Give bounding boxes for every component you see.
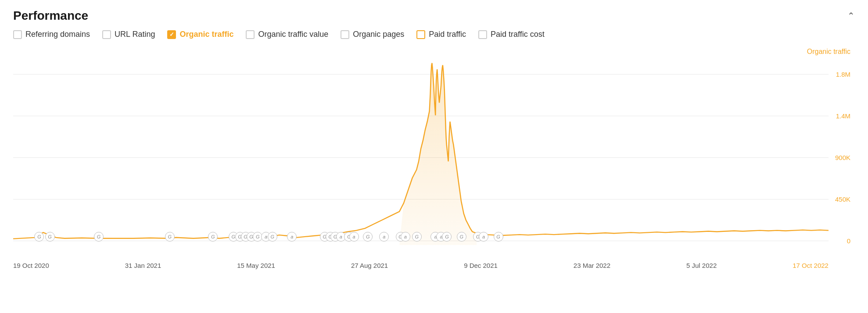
filter-referring-domains[interactable]: Referring domains bbox=[13, 30, 90, 39]
checkbox-organic-pages[interactable] bbox=[341, 30, 349, 39]
event-marker-g: G bbox=[34, 232, 44, 242]
filter-url-rating[interactable]: URL Rating bbox=[102, 30, 155, 39]
filter-label-paid-traffic-cost: Paid traffic cost bbox=[491, 30, 545, 39]
collapse-button[interactable]: ⌃ bbox=[847, 11, 855, 21]
filter-label-organic-traffic: Organic traffic bbox=[179, 30, 233, 39]
event-markers-row: GGGGGGGGGGaGaGGGaGaGaGaGaaGGGaG bbox=[13, 232, 829, 242]
page-title: Performance bbox=[13, 9, 88, 23]
chart-svg bbox=[13, 61, 829, 245]
event-marker-a: a bbox=[287, 232, 297, 242]
y-axis-title: Organic traffic bbox=[807, 48, 850, 56]
event-marker-g: G bbox=[165, 232, 175, 242]
checkbox-url-rating[interactable] bbox=[102, 30, 111, 39]
event-marker-g: G bbox=[45, 232, 55, 242]
y-label-2: 1.4M bbox=[836, 112, 850, 120]
x-label-5: 9 Dec 2021 bbox=[464, 262, 498, 269]
checkbox-paid-traffic[interactable] bbox=[416, 30, 425, 39]
filter-bar: Referring domainsURL RatingOrganic traff… bbox=[13, 30, 855, 39]
filter-organic-traffic[interactable]: Organic traffic bbox=[167, 30, 233, 39]
y-label-4: 450K bbox=[835, 196, 850, 203]
filter-organic-traffic-value[interactable]: Organic traffic value bbox=[246, 30, 328, 39]
event-marker-g: G bbox=[494, 232, 503, 242]
checkbox-paid-traffic-cost[interactable] bbox=[478, 30, 487, 39]
event-marker-a: a bbox=[479, 232, 488, 242]
filter-label-url-rating: URL Rating bbox=[115, 30, 155, 39]
y-label-5: 0 bbox=[847, 237, 850, 245]
event-marker-a: a bbox=[349, 232, 359, 242]
checkbox-organic-traffic-value[interactable] bbox=[246, 30, 255, 39]
performance-section: Performance ⌃ Referring domainsURL Ratin… bbox=[0, 0, 868, 276]
event-marker-g: G bbox=[442, 232, 452, 242]
x-label-1: 19 Oct 2020 bbox=[13, 262, 49, 269]
filter-paid-traffic[interactable]: Paid traffic bbox=[416, 30, 466, 39]
event-marker-g: G bbox=[94, 232, 104, 242]
event-marker-g: G bbox=[457, 232, 466, 242]
x-label-8: 17 Oct 2022 bbox=[793, 262, 829, 269]
chart-area: Organic traffic 1.8M 1.4M 900K 450K 0 bbox=[13, 48, 855, 271]
event-marker-g: G bbox=[412, 232, 422, 242]
section-header: Performance ⌃ bbox=[13, 9, 855, 23]
x-label-3: 15 May 2021 bbox=[237, 262, 275, 269]
filter-label-paid-traffic: Paid traffic bbox=[429, 30, 466, 39]
x-label-2: 31 Jan 2021 bbox=[125, 262, 161, 269]
event-marker-g: G bbox=[208, 232, 218, 242]
filter-label-referring-domains: Referring domains bbox=[25, 30, 90, 39]
checkbox-referring-domains[interactable] bbox=[13, 30, 22, 39]
svg-marker-0 bbox=[399, 63, 477, 245]
event-marker-g: G bbox=[268, 232, 277, 242]
event-marker-a: a bbox=[379, 232, 389, 242]
filter-label-organic-pages: Organic pages bbox=[353, 30, 404, 39]
filter-organic-pages[interactable]: Organic pages bbox=[341, 30, 404, 39]
event-marker-g: G bbox=[363, 232, 373, 242]
y-label-3: 900K bbox=[835, 154, 850, 161]
event-marker-a: a bbox=[401, 232, 410, 242]
x-label-4: 27 Aug 2021 bbox=[351, 262, 388, 269]
x-label-6: 23 Mar 2022 bbox=[574, 262, 610, 269]
y-label-1: 1.8M bbox=[836, 71, 850, 78]
x-label-7: 5 Jul 2022 bbox=[686, 262, 717, 269]
filter-paid-traffic-cost[interactable]: Paid traffic cost bbox=[478, 30, 545, 39]
x-axis-labels: 19 Oct 2020 31 Jan 2021 15 May 2021 27 A… bbox=[13, 262, 829, 269]
filter-label-organic-traffic-value: Organic traffic value bbox=[258, 30, 328, 39]
checkbox-organic-traffic[interactable] bbox=[167, 30, 176, 39]
